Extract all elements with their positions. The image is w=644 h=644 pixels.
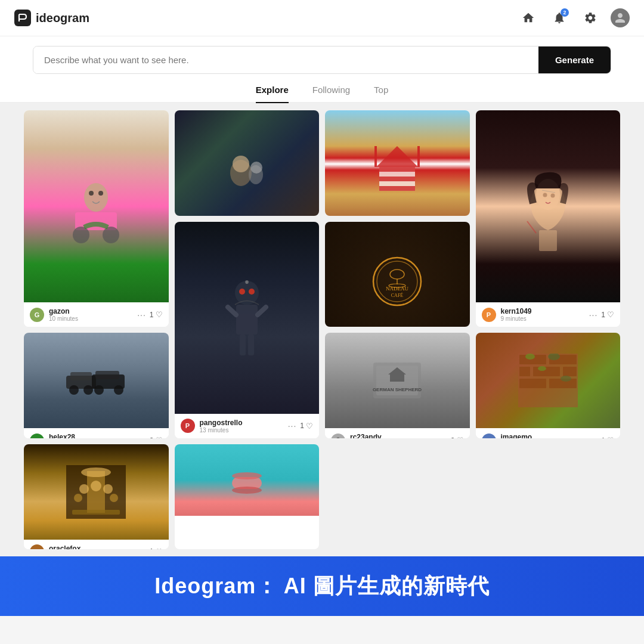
tab-following[interactable]: Following xyxy=(312,85,350,103)
grid-card-8[interactable]: P kern1049 9 minutes ··· 1 xyxy=(476,110,621,327)
card-image-1 xyxy=(175,110,320,216)
card-user-info-9: imagemo 10 minutes xyxy=(501,433,584,438)
card-image-4: NADEAU CAFÉ xyxy=(325,222,470,327)
card-user-info-8: kern1049 9 minutes xyxy=(501,307,584,322)
svg-rect-66 xyxy=(87,471,105,513)
svg-point-17 xyxy=(98,191,103,196)
grid-card-3[interactable]: G gazon 10 minutes ··· 1 xyxy=(24,110,169,327)
tab-top[interactable]: Top xyxy=(374,85,388,103)
grid-card-6[interactable]: P pangostrello 13 minutes ··· 1 xyxy=(175,222,320,438)
svg-point-71 xyxy=(74,494,82,502)
card-user-info-10: oraclefox 5 minutes xyxy=(49,544,132,550)
card-footer-5: H helex28 6 minutes ··· 2 xyxy=(24,428,169,438)
card-menu-5[interactable]: ··· xyxy=(137,436,146,438)
card-image-3 xyxy=(24,110,169,302)
card-user-info-3: gazon 10 minutes xyxy=(49,307,132,322)
logo[interactable]: ideogram xyxy=(14,10,89,26)
card-image-2 xyxy=(325,110,470,216)
generate-button[interactable]: Generate xyxy=(538,47,611,73)
heart-icon-10 xyxy=(156,547,163,550)
notifications-button[interactable]: 2 xyxy=(549,7,570,29)
card-footer-10: O oraclefox 5 minutes ··· 1 xyxy=(24,540,169,550)
card-menu-10[interactable]: ··· xyxy=(137,547,146,549)
card-avatar-10: O xyxy=(30,544,44,549)
card-avatar-8: P xyxy=(482,308,496,322)
svg-point-63 xyxy=(538,366,546,371)
card-actions-3: ··· 1 xyxy=(137,310,162,320)
settings-button[interactable] xyxy=(580,7,601,29)
search-input[interactable] xyxy=(33,47,538,73)
svg-point-34 xyxy=(239,289,245,295)
svg-text:GERMAN SHEPHERD: GERMAN SHEPHERD xyxy=(373,387,422,392)
card-user-info-7: rc23andy 15 minutes xyxy=(350,433,434,438)
grid-card-2[interactable]: J j4mespt 5 minutes ··· 1 xyxy=(325,110,470,216)
svg-point-68 xyxy=(79,484,89,494)
card-image-5 xyxy=(24,333,169,428)
card-image-6 xyxy=(175,222,320,414)
grid-card-4[interactable]: NADEAU CAFÉ T taimak323 2 hours ··· 5 xyxy=(325,222,470,327)
grid-card-7[interactable]: GERMAN SHEPHERD rc23andy 15 minutes ··· … xyxy=(325,333,470,438)
grid-card-11[interactable] xyxy=(175,444,320,550)
card-username-3: gazon xyxy=(49,307,132,315)
svg-point-16 xyxy=(89,191,94,196)
svg-point-64 xyxy=(561,376,571,382)
card-menu-3[interactable]: ··· xyxy=(137,310,146,320)
svg-point-22 xyxy=(390,270,404,279)
logo-text: ideogram xyxy=(36,11,89,25)
card-menu-6[interactable]: ··· xyxy=(288,421,297,431)
svg-point-27 xyxy=(69,385,79,395)
home-button[interactable] xyxy=(518,7,539,29)
card-menu-9[interactable]: ··· xyxy=(589,436,598,438)
search-bar: Generate xyxy=(33,46,611,74)
bottom-banner: Ideogram： AI 圖片生成的新時代 xyxy=(0,556,644,616)
svg-point-50 xyxy=(550,194,555,198)
svg-point-75 xyxy=(232,472,262,479)
card-like-3[interactable]: 1 xyxy=(150,310,163,319)
svg-point-4 xyxy=(250,162,262,174)
user-avatar[interactable] xyxy=(611,8,630,27)
svg-point-31 xyxy=(94,385,104,395)
svg-point-67 xyxy=(81,467,111,477)
grid-card-9[interactable]: I imagemo 10 minutes ··· 1 xyxy=(476,333,621,438)
svg-point-76 xyxy=(232,487,262,494)
card-like-8[interactable]: 1 xyxy=(601,310,614,319)
card-like-7[interactable]: 2 xyxy=(451,436,464,438)
card-username-7: rc23andy xyxy=(350,433,434,438)
svg-point-15 xyxy=(84,183,108,212)
greek-illustration xyxy=(66,465,126,519)
card-avatar-7 xyxy=(331,434,345,438)
german-shepherd-illustration: GERMAN SHEPHERD xyxy=(367,357,427,404)
gear-icon xyxy=(584,11,597,24)
grid-card-1[interactable]: J tfecatwlfbag 7 minutes ··· 2 xyxy=(175,110,320,216)
avatar-icon xyxy=(614,12,626,24)
card-actions-10: ··· 1 xyxy=(137,547,162,549)
card-footer-7: rc23andy 15 minutes ··· 2 xyxy=(325,428,470,438)
heart-icon-5 xyxy=(156,436,163,438)
svg-text:CAFÉ: CAFÉ xyxy=(391,292,404,298)
logo-icon xyxy=(14,10,31,26)
person-icon xyxy=(334,436,342,438)
card-like-10[interactable]: 1 xyxy=(150,547,163,550)
card-menu-8[interactable]: ··· xyxy=(589,310,598,320)
card-actions-8: ··· 1 xyxy=(589,310,614,320)
card-footer-8: P kern1049 9 minutes ··· 1 xyxy=(476,302,621,327)
grid-card-5[interactable]: H helex28 6 minutes ··· 2 xyxy=(24,333,169,438)
svg-point-2 xyxy=(233,156,249,172)
neon-cafe-illustration: NADEAU CAFÉ xyxy=(367,252,427,311)
card-menu-7[interactable]: ··· xyxy=(438,436,447,438)
grid-card-10[interactable]: O oraclefox 5 minutes ··· 1 xyxy=(24,444,169,550)
card-actions-6: ··· 1 xyxy=(288,421,313,431)
tab-explore[interactable]: Explore xyxy=(256,85,289,103)
card-like-6[interactable]: 1 xyxy=(300,422,313,431)
card-username-8: kern1049 xyxy=(501,307,584,315)
card-image-8 xyxy=(476,110,621,302)
svg-point-28 xyxy=(83,385,93,395)
banner-text: Ideogram： AI 圖片生成的新時代 xyxy=(154,572,490,601)
svg-marker-5 xyxy=(376,146,418,167)
dog-cat-illustration xyxy=(223,146,271,194)
image-grid: J tfecatwlfbag 7 minutes ··· 2 xyxy=(0,103,644,556)
header: ideogram 2 xyxy=(0,0,644,36)
circus-illustration xyxy=(373,143,421,197)
card-like-5[interactable]: 2 xyxy=(150,436,163,438)
card-like-9[interactable]: 1 xyxy=(601,436,614,438)
